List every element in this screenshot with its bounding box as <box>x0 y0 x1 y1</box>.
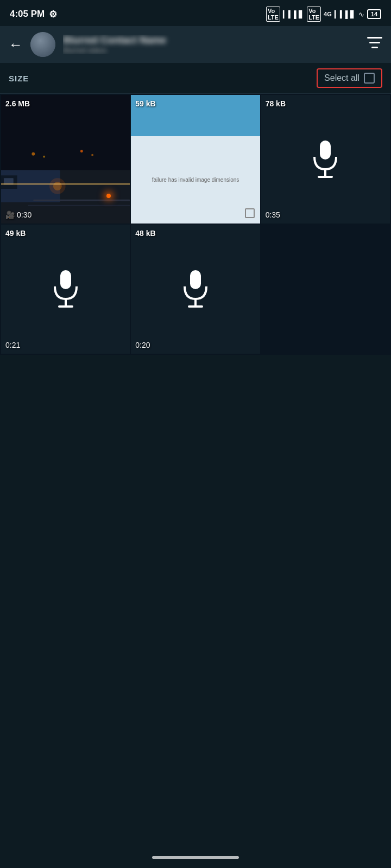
file-size-1: 2.6 MB <box>5 99 30 108</box>
contact-name: Blurred Contact Name <box>63 35 360 46</box>
svg-rect-23 <box>190 270 201 289</box>
duration-3: 0:35 <box>266 210 280 219</box>
media-item-2[interactable]: failure has invalid image dimensions 59 … <box>131 95 260 224</box>
svg-rect-0 <box>367 37 382 39</box>
select-all-label: Select all <box>324 73 360 83</box>
back-button[interactable]: ← <box>9 36 23 53</box>
select-all-button[interactable]: Select all <box>317 68 382 88</box>
file-size-5: 48 kB <box>135 229 155 238</box>
svg-rect-13 <box>33 200 130 201</box>
svg-rect-12 <box>4 178 14 184</box>
status-bar: 4:05 PM ⚙ VoLTE ▎▍▌▋ VoLTE 4G ▎▍▌▋ ∿ 14 <box>0 0 391 26</box>
file-size-4: 49 kB <box>5 229 26 238</box>
home-indicator <box>152 856 239 859</box>
screenshot-error-text: failure has invalid image dimensions <box>148 173 244 187</box>
svg-point-16 <box>53 182 62 190</box>
contact-info: Blurred Contact Name Blurred status <box>63 35 360 54</box>
svg-point-6 <box>31 152 35 156</box>
duration-5: 0:20 <box>135 341 150 349</box>
wifi-icon: ∿ <box>358 10 364 18</box>
audio-icon-3 <box>309 138 342 181</box>
audio-icon-4 <box>49 267 82 311</box>
audio-icon-5 <box>179 267 212 311</box>
signal-icon-2: ▎▍▌▋ <box>335 10 356 18</box>
media-item-4[interactable]: 49 kB 0:21 <box>1 225 130 353</box>
media-item-1[interactable]: 2.6 MB 🎥 0:30 <box>1 95 130 224</box>
volte-icon: VoLTE <box>266 7 280 22</box>
sort-bar: SIZE Select all <box>0 63 391 94</box>
svg-rect-17 <box>320 141 331 159</box>
svg-rect-20 <box>60 270 71 289</box>
duration-4: 0:21 <box>5 341 20 349</box>
svg-point-9 <box>91 154 93 156</box>
signal-icon-1: ▎▍▌▋ <box>283 10 304 18</box>
svg-rect-1 <box>369 42 380 43</box>
select-all-checkbox[interactable] <box>364 73 375 84</box>
home-bar <box>0 846 391 868</box>
status-icons: VoLTE ▎▍▌▋ VoLTE 4G ▎▍▌▋ ∿ 14 <box>266 7 381 22</box>
header: ← Blurred Contact Name Blurred status <box>0 26 391 63</box>
settings-icon: ⚙ <box>49 9 57 20</box>
svg-point-7 <box>43 156 45 158</box>
status-time-area: 4:05 PM ⚙ <box>10 9 57 20</box>
avatar <box>30 32 55 57</box>
g4-icon: 4G <box>324 11 332 17</box>
svg-rect-2 <box>371 47 378 48</box>
svg-point-8 <box>80 150 83 152</box>
status-time: 4:05 PM <box>10 9 45 20</box>
media-grid: 2.6 MB 🎥 0:30 failure has invalid image … <box>0 94 391 355</box>
svg-rect-14 <box>28 205 130 206</box>
file-size-2: 59 kB <box>135 99 155 108</box>
contact-status: Blurred status <box>63 46 360 54</box>
media-item-5[interactable]: 48 kB 0:20 <box>131 225 260 353</box>
sort-label: SIZE <box>9 74 29 83</box>
volte-icon-2: VoLTE <box>307 7 321 22</box>
duration-1: 🎥 0:30 <box>5 210 31 219</box>
media-item-3[interactable]: 78 kB 0:35 <box>261 95 390 224</box>
filter-menu-icon[interactable] <box>367 37 382 52</box>
battery-indicator: 14 <box>367 9 381 19</box>
file-size-3: 78 kB <box>266 99 286 108</box>
video-camera-icon: 🎥 <box>5 210 15 219</box>
